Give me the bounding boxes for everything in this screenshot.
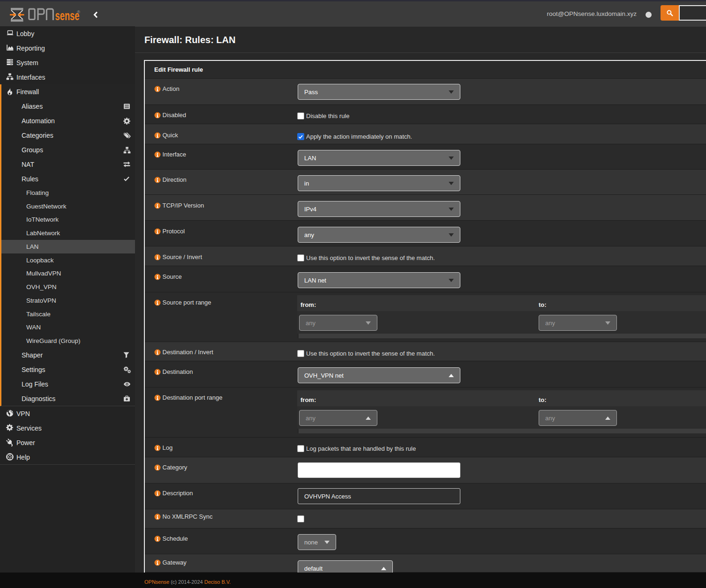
form-row-schedule: Schedulenone (145, 528, 706, 554)
sidebar-item-label: Help (16, 454, 30, 461)
log-checkbox[interactable] (297, 445, 304, 452)
sidebar-item-rules[interactable]: Rules (1, 171, 135, 186)
row-label: Destination (163, 368, 193, 375)
sidebar-item-lobby[interactable]: Lobby (0, 26, 135, 41)
footer-text: OPNsense(c) 2014-2024Deciso B.V. (144, 579, 231, 585)
search-input[interactable] (679, 5, 706, 21)
logged-in-user[interactable]: root@OPNsense.luxdomain.xyz (547, 1, 637, 27)
footer-copyright-text: (c) 2014-2024 (171, 579, 203, 585)
disabled-checkbox[interactable] (297, 112, 304, 119)
destination-select[interactable]: OVH_VPN net (298, 367, 460, 383)
row-control-cell: none (297, 528, 706, 554)
source-port-range-from-select[interactable]: any (299, 315, 377, 331)
row-label-cell: Disabled (154, 105, 297, 124)
status-indicator[interactable] (646, 12, 652, 18)
source-select[interactable]: LAN net (298, 272, 460, 288)
destination-port-range-to-select[interactable]: any (539, 410, 617, 426)
tcp-ip-version-select[interactable]: IPv4 (298, 201, 460, 217)
caret-down-icon (449, 90, 454, 94)
sidebar-item-reporting[interactable]: Reporting (0, 41, 135, 55)
main-content: Firewall: Rules: LAN Edit Firewall rule … (135, 27, 706, 573)
sidebar-item-groups[interactable]: Groups (1, 142, 135, 157)
sidebar-item-categories[interactable]: Categories (1, 128, 135, 142)
protocol-select[interactable]: any (298, 227, 460, 243)
to-select-value: any (545, 415, 555, 422)
info-circle-icon (154, 177, 161, 183)
cog-icon (6, 424, 14, 432)
category-input[interactable] (298, 462, 460, 478)
sidebar-item-label: LAN (26, 243, 38, 250)
direction-select[interactable]: in (298, 175, 460, 191)
scrollbar-thumb[interactable] (299, 429, 706, 433)
sidebar-item-settings[interactable]: Settings (1, 362, 135, 377)
gateway-select[interactable]: default (298, 560, 393, 573)
interface-select[interactable]: LAN (298, 150, 460, 166)
row-control-cell: Use this option to invert the sense of t… (297, 342, 706, 361)
info-circle-icon (154, 514, 161, 520)
quick-checkbox[interactable] (297, 133, 304, 140)
sidebar-item-mullvadvpn[interactable]: MullvadVPN (1, 267, 135, 281)
row-label-cell: Interface (154, 144, 297, 169)
sidebar-item-nat[interactable]: NAT (1, 157, 135, 171)
sidebar-item-help[interactable]: Help (0, 450, 135, 464)
subtable-body: anyany (297, 311, 706, 334)
schedule-select[interactable]: none (298, 534, 336, 550)
sidebar-item-firewall[interactable]: Firewall (1, 84, 135, 99)
sidebar-item-log-files[interactable]: Log Files (1, 377, 135, 391)
scrollbar-thumb[interactable] (299, 334, 706, 338)
sidebar-item-power[interactable]: Power (0, 435, 135, 450)
sidebar-item-guestnetwork[interactable]: GuestNetwork (1, 200, 135, 213)
form-row-protocol: Protocolany (145, 221, 706, 246)
form-row-log: LogLog packets that are handled by this … (145, 438, 706, 457)
row-control-cell: Pass (297, 79, 706, 104)
sidebar-item-stratovpn[interactable]: StratoVPN (1, 294, 135, 307)
source-port-range-subtable: from:to:anyany (297, 295, 706, 338)
sidebar-item-ovh-vpn[interactable]: OVH_VPN (1, 280, 135, 294)
sidebar-collapse-button[interactable] (92, 11, 101, 19)
sidebar-item-shaper[interactable]: Shaper (1, 348, 135, 362)
form-row-destination-invert: Destination / InvertUse this option to i… (145, 342, 706, 361)
destination-invert-checkbox[interactable] (297, 350, 304, 357)
form-row-no-xmlrpc-sync: No XMLRPC Sync (145, 509, 706, 528)
sidebar-item-lan[interactable]: LAN (1, 240, 135, 253)
sidebar-item-label: Settings (22, 366, 45, 373)
subtable-hscrollbar[interactable] (297, 429, 706, 433)
sidebar-item-floating[interactable]: Floating (1, 186, 135, 200)
sidebar-item-aliases[interactable]: Aliases (1, 99, 135, 113)
row-label-cell: Destination (154, 361, 297, 387)
sidebar-item-wan[interactable]: WAN (1, 321, 135, 335)
footer-deciso-link[interactable]: Deciso B.V. (204, 579, 231, 585)
footer-opnsense-link[interactable]: OPNsense (144, 579, 169, 585)
sidebar-item-wireguard-group[interactable]: WireGuard (Group) (1, 334, 135, 348)
sidebar-item-tailscale[interactable]: Tailscale (1, 307, 135, 321)
sidebar-item-diagnostics[interactable]: Diagnostics (1, 391, 135, 406)
top-header: sense® root@OPNsense.luxdomain.xyz (0, 1, 706, 27)
source-invert-checkbox[interactable] (297, 254, 304, 261)
row-control-cell (297, 457, 706, 483)
search-button[interactable] (661, 5, 679, 21)
sidebar-item-loopback[interactable]: Loopback (1, 253, 135, 267)
row-label-cell: Quick (154, 124, 297, 144)
eye-icon (123, 381, 130, 387)
sidebar-item-labnetwork[interactable]: LabNetwork (1, 226, 135, 240)
sidebar-item-system[interactable]: System (0, 55, 135, 70)
sidebar-item-iotnetwork[interactable]: IoTNetwork (1, 213, 135, 227)
destination-port-range-from-select[interactable]: any (299, 410, 377, 426)
sidebar-item-interfaces[interactable]: Interfaces (0, 70, 135, 84)
sidebar-item-label: Loopback (26, 257, 54, 264)
direction-select-value: in (304, 180, 309, 187)
no-xmlrpc-sync-checkbox[interactable] (297, 515, 304, 522)
row-label-cell: Category (154, 457, 297, 483)
subtable-hscrollbar[interactable] (297, 334, 706, 338)
log-checkbox-label: Log packets that are handled by this rul… (306, 445, 416, 452)
action-select[interactable]: Pass (298, 84, 460, 100)
row-control-cell: LAN (297, 144, 706, 169)
description-input[interactable]: OVHVPN Access (298, 488, 460, 504)
sidebar-item-automation[interactable]: Automation (1, 113, 135, 128)
sidebar-item-services[interactable]: Services (0, 421, 135, 435)
opnsense-logo[interactable]: sense® (10, 7, 80, 22)
row-label-cell: Source (154, 266, 297, 292)
source-port-range-to-select[interactable]: any (539, 315, 617, 331)
row-label-cell: No XMLRPC Sync (154, 509, 297, 528)
sidebar-item-vpn[interactable]: VPN (0, 406, 135, 421)
